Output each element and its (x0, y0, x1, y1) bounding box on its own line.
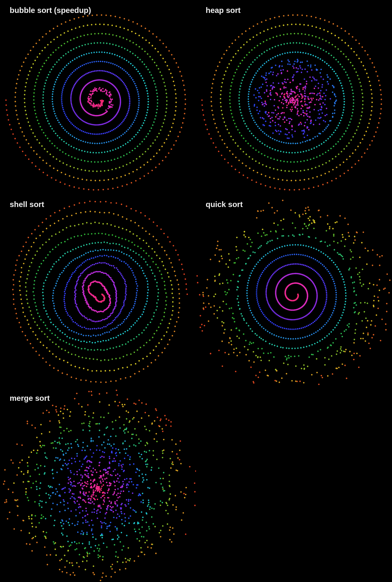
cell-bubble: bubble sort (speedup) (0, 0, 196, 194)
cell-quick: quick sort (196, 194, 392, 388)
cell-shell: shell sort (0, 194, 196, 388)
canvas-heap (196, 0, 392, 194)
title-quick: quick sort (206, 200, 243, 209)
title-shell: shell sort (10, 200, 44, 209)
cell-empty (196, 388, 392, 582)
cell-merge: merge sort (0, 388, 196, 582)
canvas-bubble (0, 0, 196, 194)
title-heap: heap sort (206, 6, 241, 15)
cell-heap: heap sort (196, 0, 392, 194)
title-merge: merge sort (10, 394, 50, 403)
canvas-merge (0, 388, 196, 582)
title-bubble: bubble sort (speedup) (10, 6, 91, 15)
canvas-quick (196, 194, 392, 388)
sort-visualization-page: { "chart_data": [ { "name": "bubble", "t… (0, 0, 392, 582)
canvas-shell (0, 194, 196, 388)
chart-grid: bubble sort (speedup) heap sort shell so… (0, 0, 392, 582)
